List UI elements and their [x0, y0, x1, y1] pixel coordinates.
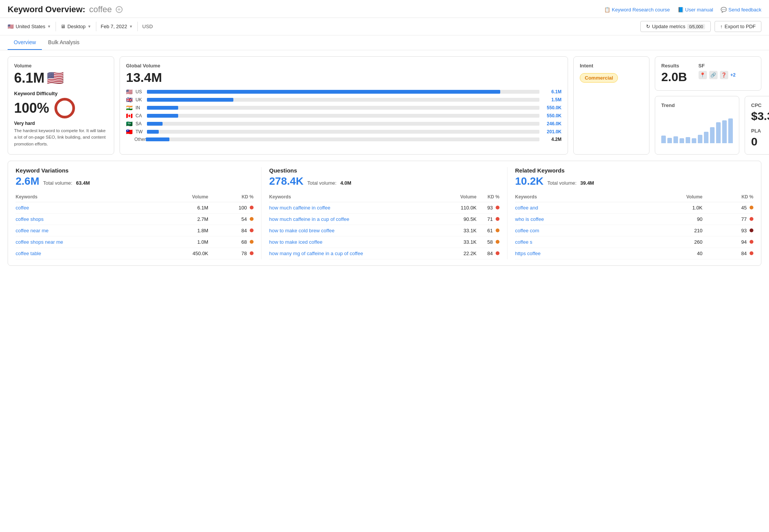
keyword-link[interactable]: how much caffeine in coffee [269, 205, 330, 211]
keyword-link[interactable]: coffee shops near me [16, 239, 63, 245]
trend-bar-7 [698, 135, 702, 143]
q-total-label: Total volume: [307, 180, 337, 186]
kd-dot-icon [750, 217, 753, 221]
trend-bar-2 [667, 138, 672, 143]
q-col-kd: KD % [477, 192, 499, 202]
sf-question-icon: ❓ [720, 71, 728, 79]
rk-col-kd: KD % [702, 192, 753, 202]
results-value: 2.0B [661, 70, 687, 84]
keyword-link[interactable]: how many mg of caffeine in a cup of coff… [269, 251, 363, 256]
sf-plus-count: +2 [731, 72, 736, 78]
kd-circle-icon [54, 98, 75, 118]
send-feedback-link[interactable]: 💬 Send feedback [721, 7, 761, 13]
keyword-link[interactable]: coffee near me [16, 228, 48, 233]
kd-dot-icon [750, 206, 753, 209]
volume-cell: 450.0K [160, 248, 208, 259]
kd-cell: 93 [477, 202, 499, 214]
filters-bar: 🇺🇸 United States ▼ 🖥 Desktop ▼ Feb 7, 20… [0, 18, 769, 35]
keyword-research-course-link[interactable]: 📋 Keyword Research course [604, 7, 670, 13]
table-row: coffee near me 1.8M 84 [16, 225, 254, 236]
keyword-link[interactable]: who is coffee [515, 216, 544, 222]
kv-table: Keywords Volume KD % coffee 6.1M 100 cof… [16, 192, 254, 259]
kd-dot-icon [250, 206, 254, 209]
keyword-link[interactable]: how to make cold brew coffee [269, 228, 335, 233]
volume-cell: 40 [635, 248, 702, 259]
volume-cell: 1.0K [635, 202, 702, 214]
table-row: coffee shops 2.7M 54 [16, 214, 254, 225]
trend-card: Trend [655, 96, 739, 155]
volume-cell: 33.1K [446, 236, 477, 248]
keyword-link[interactable]: coffee [16, 205, 29, 211]
date-chevron-icon: ▼ [129, 24, 133, 29]
volume-value: 6.1M 🇺🇸 [14, 70, 108, 86]
q-total-value: 4.0M [340, 180, 351, 186]
user-manual-link[interactable]: 📘 User manual [678, 7, 713, 13]
trend-bars [661, 113, 733, 143]
add-keyword-icon[interactable]: + [116, 6, 123, 13]
rk-col-vol: Volume [635, 192, 702, 202]
bottom-section: Keyword Variations 2.6M Total volume: 63… [8, 161, 761, 266]
rk-title: Related Keywords [515, 167, 753, 174]
export-pdf-button[interactable]: ↑ Export to PDF [715, 21, 761, 32]
keyword-link[interactable]: how much caffeine in a cup of coffee [269, 216, 349, 222]
keyword-link[interactable]: https coffee [515, 251, 541, 256]
kd-dot-icon [750, 240, 753, 244]
rk-count-row: 10.2K Total volume: 39.4M [515, 175, 753, 187]
keyword-link[interactable]: coffee com [515, 228, 539, 233]
trend-bar-6 [692, 138, 696, 143]
tw-flag-icon [126, 129, 132, 135]
keyword-link[interactable]: coffee shops [16, 216, 43, 222]
kv-total-label: Total volume: [43, 180, 72, 186]
questions-col: Questions 278.4K Total volume: 4.0M Keyw… [262, 167, 507, 259]
volume-cell: 22.2K [446, 248, 477, 259]
gv-uk-row: UK 1.5M [126, 97, 562, 103]
volume-flag-icon: 🇺🇸 [47, 70, 64, 86]
cpc-value: $3.37 [751, 110, 769, 123]
refresh-icon: ↻ [646, 24, 650, 29]
kd-dot-icon [496, 240, 499, 244]
tabs-bar: Overview Bulk Analysis [0, 35, 769, 50]
trend-cpc-row: Trend [655, 96, 761, 155]
kd-section: Keyword Difficulty 100% Very hard The ha… [14, 91, 108, 147]
keyword-link[interactable]: coffee s [515, 239, 532, 245]
trend-bar-9 [710, 127, 715, 143]
tab-overview[interactable]: Overview [8, 35, 42, 50]
update-metrics-button[interactable]: ↻ Update metrics 0/5,000 [640, 21, 711, 32]
manual-icon: 📘 [678, 7, 684, 13]
us-flag-icon: 🇺🇸 [8, 24, 14, 29]
keyword-link[interactable]: how to make iced coffee [269, 239, 322, 245]
table-row: how many mg of caffeine in a cup of coff… [269, 248, 499, 259]
feedback-icon: 💬 [721, 7, 727, 13]
sf-link-icon: 🔗 [709, 71, 718, 79]
kd-cell: 84 [208, 225, 254, 236]
kd-cell: 93 [702, 225, 753, 236]
gv-other-row: Other 4.2M [126, 137, 562, 142]
sf-col: SF 📍 🔗 ❓ +2 [699, 63, 736, 84]
pla-label: PLA [751, 128, 761, 134]
table-row: who is coffee 90 77 [515, 214, 753, 225]
kd-dot-icon [250, 240, 254, 244]
volume-cell: 2.7M [160, 214, 208, 225]
kd-cell: 84 [477, 248, 499, 259]
kd-dot-icon [750, 251, 753, 255]
kv-count-row: 2.6M Total volume: 63.4M [16, 175, 254, 187]
pla-col: PLA 0 [751, 128, 761, 148]
keyword-link[interactable]: coffee table [16, 251, 41, 256]
kd-dot-icon [250, 251, 254, 255]
tab-bulk-analysis[interactable]: Bulk Analysis [42, 35, 85, 50]
trend-bar-4 [680, 138, 684, 143]
volume-cell: 90.5K [446, 214, 477, 225]
trend-bar-10 [716, 122, 721, 143]
device-filter[interactable]: 🖥 Desktop ▼ [56, 22, 96, 31]
top-links: 📋 Keyword Research course 📘 User manual … [604, 7, 761, 13]
kv-col-vol: Volume [160, 192, 208, 202]
country-filter[interactable]: 🇺🇸 United States ▼ [8, 22, 56, 31]
kd-label: Keyword Difficulty [14, 91, 108, 96]
kd-dot-icon [496, 206, 499, 209]
keyword-link[interactable]: coffee and [515, 205, 538, 211]
main-content: Volume 6.1M 🇺🇸 Keyword Difficulty 100% V… [0, 50, 769, 272]
kv-col-kw: Keywords [16, 192, 160, 202]
date-filter[interactable]: Feb 7, 2022 ▼ [96, 22, 138, 31]
kd-dot-icon [496, 228, 499, 232]
q-col-kw: Keywords [269, 192, 446, 202]
